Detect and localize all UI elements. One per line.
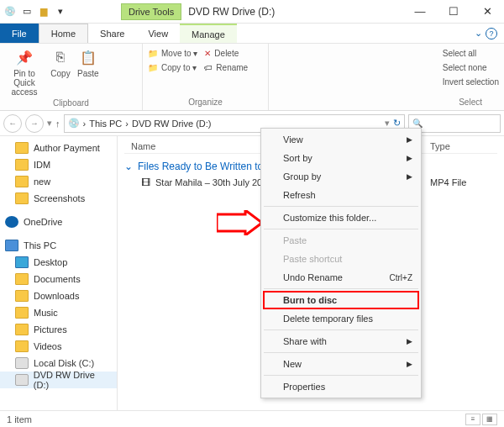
icons-view-button[interactable]: ▦ [482, 414, 497, 425]
tab-view[interactable]: View [136, 24, 180, 43]
video-file-icon: 🎞 [141, 177, 150, 187]
desktop-icon [15, 256, 29, 268]
tab-home[interactable]: Home [39, 24, 88, 43]
paste-icon: 📋 [78, 47, 98, 67]
onedrive-icon [5, 216, 18, 228]
move-icon: 📁 [148, 49, 158, 58]
chevron-down-icon: ⌄ [124, 161, 133, 172]
copy-button[interactable]: ⎘ Copy [50, 47, 71, 78]
separator [264, 352, 418, 353]
up-button[interactable]: ↑ [55, 119, 60, 129]
minimize-button[interactable]: — [403, 0, 437, 24]
breadcrumb-drive[interactable]: DVD RW Drive (D:) [132, 119, 212, 129]
sidebar-desktop[interactable]: Desktop [0, 254, 117, 271]
ctx-share-with[interactable]: Share with▶ [263, 332, 419, 351]
separator [264, 229, 418, 229]
pc-icon [5, 240, 18, 251]
app-icon: 💿 [3, 5, 17, 18]
separator [264, 375, 418, 376]
sidebar-item-new[interactable]: new [0, 173, 117, 190]
sidebar-local-disk[interactable]: Local Disk (C:) [0, 355, 117, 372]
select-none-button[interactable]: Select none [443, 61, 499, 74]
help-icon[interactable]: ? [486, 28, 497, 40]
breadcrumb-this-pc[interactable]: This PC [89, 119, 122, 129]
ctx-customize[interactable]: Customize this folder... [263, 208, 419, 227]
details-view-button[interactable]: ≡ [465, 414, 480, 425]
clipboard-group-label: Clipboard [5, 97, 137, 108]
tab-file[interactable]: File [0, 24, 39, 43]
column-type[interactable]: Type [430, 141, 497, 151]
ctx-view[interactable]: View▶ [263, 130, 419, 149]
sidebar-documents[interactable]: Documents [0, 271, 117, 287]
ctx-properties[interactable]: Properties [263, 377, 419, 396]
qat-newfolder-icon[interactable]: ▆ [37, 5, 50, 18]
ctx-paste: Paste [263, 231, 419, 250]
sidebar-music[interactable]: Music [0, 304, 117, 321]
submenu-arrow-icon: ▶ [407, 135, 412, 144]
sidebar-pictures[interactable]: Pictures [0, 321, 117, 338]
svg-marker-0 [217, 210, 262, 235]
back-button[interactable]: ← [3, 114, 22, 133]
downloads-icon [15, 290, 29, 302]
ribbon-tabs: File Home Share View Manage ⌄ ? [0, 24, 504, 44]
folder-icon [15, 192, 29, 204]
sidebar-item-idm[interactable]: IDM [0, 156, 117, 173]
ctx-delete-temp[interactable]: Delete temporary files [263, 309, 419, 328]
contextual-tab-label: Drive Tools [121, 3, 181, 20]
search-input[interactable]: 🔍 [408, 114, 501, 133]
separator [264, 288, 418, 289]
sidebar-videos[interactable]: Videos [0, 338, 117, 355]
delete-button[interactable]: ✕Delete [204, 47, 248, 60]
forward-button[interactable]: → [25, 114, 44, 133]
folder-icon [15, 142, 29, 154]
shortcut-label: Ctrl+Z [390, 273, 413, 282]
pin-icon: 📌 [14, 47, 34, 67]
folder-icon [15, 176, 29, 187]
ctx-undo-rename[interactable]: Undo RenameCtrl+Z [263, 268, 419, 287]
select-all-button[interactable]: Select all [443, 47, 499, 60]
window-title: DVD RW Drive (D:) [188, 6, 275, 18]
title-bar: 💿 ▭ ▆ ▾ Drive Tools DVD RW Drive (D:) — … [0, 0, 504, 24]
sidebar-this-pc[interactable]: This PC [0, 237, 117, 254]
status-bar: 1 item ≡ ▦ [0, 410, 504, 427]
sidebar-dvd-drive[interactable]: DVD RW Drive (D:) [0, 372, 117, 388]
context-menu: View▶ Sort by▶ Group by▶ Refresh Customi… [260, 128, 422, 398]
select-group-label: Select [274, 96, 499, 107]
ctx-new[interactable]: New▶ [263, 355, 419, 373]
rename-button[interactable]: 🏷Rename [204, 61, 248, 74]
ctx-group-by[interactable]: Group by▶ [263, 167, 419, 186]
invert-selection-button[interactable]: Invert selection [443, 76, 499, 88]
move-to-button[interactable]: 📁Move to ▾ [148, 47, 197, 60]
videos-icon [15, 340, 29, 352]
ctx-sort-by[interactable]: Sort by▶ [263, 149, 419, 167]
dvd-icon [15, 374, 29, 386]
copy-icon: ⎘ [50, 47, 71, 67]
documents-icon [15, 273, 29, 285]
submenu-arrow-icon: ▶ [407, 337, 412, 345]
ctx-refresh[interactable]: Refresh [263, 186, 419, 204]
paste-button[interactable]: 📋 Paste [77, 47, 99, 78]
ctx-burn-to-disc[interactable]: Burn to disc [263, 291, 419, 309]
separator [264, 329, 418, 330]
navigation-pane: Author Payment IDM new Screenshots OneDr… [0, 136, 118, 410]
sidebar-item-author-payment[interactable]: Author Payment [0, 140, 117, 156]
file-name: Star Mahila – 30th July 2016 [155, 177, 272, 187]
drive-icon: 💿 [68, 118, 80, 129]
music-icon [15, 307, 29, 319]
file-type: MP4 File [430, 177, 497, 187]
sidebar-onedrive[interactable]: OneDrive [0, 214, 117, 230]
qat-properties-icon[interactable]: ▭ [20, 5, 34, 18]
maximize-button[interactable]: ☐ [437, 0, 470, 24]
copy-to-button[interactable]: 📁Copy to ▾ [148, 61, 197, 74]
rename-icon: 🏷 [204, 63, 213, 72]
sidebar-item-screenshots[interactable]: Screenshots [0, 190, 117, 207]
tab-manage[interactable]: Manage [180, 24, 237, 43]
qat-dropdown-icon[interactable]: ▾ [54, 5, 67, 18]
sidebar-downloads[interactable]: Downloads [0, 287, 117, 304]
ribbon-collapse-icon[interactable]: ⌄ [475, 28, 482, 39]
tab-share[interactable]: Share [88, 24, 136, 43]
recent-dropdown-icon[interactable]: ▾ [47, 118, 52, 129]
pin-quick-access-button[interactable]: 📌 Pin to Quick access [5, 47, 44, 97]
close-button[interactable]: ✕ [470, 0, 504, 24]
search-icon: 🔍 [412, 119, 423, 128]
